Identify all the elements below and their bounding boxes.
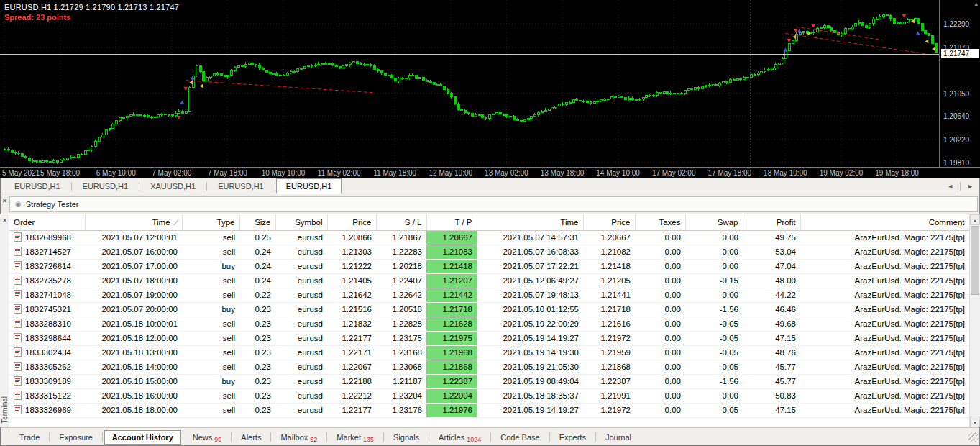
cell-time: 2021.05.18 16:00:00 [85, 388, 182, 403]
cell-comment: ArazEurUsd. Magic: 22175[tp] [800, 374, 969, 388]
cell-type: sell [182, 288, 239, 302]
tab-divider [326, 432, 327, 442]
terminal-tab-signals[interactable]: Signals [385, 430, 427, 445]
chart-tab-xauusd-h1-2[interactable]: XAUUSD,H1 [140, 178, 206, 194]
scrollbar-thumb[interactable] [971, 226, 979, 295]
column-header-symbol[interactable]: Symbol [275, 214, 327, 230]
cell-profit: 47.15 [743, 403, 800, 417]
history-row[interactable]: 18333269692021.05.18 18:00:00sell0.23eur… [9, 403, 969, 417]
history-row[interactable]: 18327266142021.05.07 17:00:00buy0.24euru… [9, 259, 969, 273]
column-header-price-close[interactable]: Price [583, 214, 635, 230]
time-axis-label: 6 May 10:00 [91, 169, 141, 177]
tab-divider [490, 432, 491, 442]
cell-t-p: 1.21628 [426, 317, 477, 331]
history-row[interactable]: 18326899682021.05.07 12:00:01sell0.25eur… [9, 230, 969, 245]
history-row[interactable]: 18327145272021.05.07 16:00:00sell0.24eur… [9, 245, 969, 259]
order-cell: 1833288310 [9, 317, 85, 331]
cell-swap: -1.56 [685, 374, 743, 388]
strategy-tester-header[interactable]: ◉ Strategy Tester [9, 196, 978, 212]
resize-grip[interactable] [968, 432, 979, 442]
cell-taxes: 0.00 [635, 374, 685, 388]
column-header-comment[interactable]: Comment [800, 214, 969, 230]
cell-profit: 49.68 [743, 317, 800, 331]
column-header-taxes[interactable]: Taxes [635, 214, 685, 230]
terminal-tab-trade[interactable]: Trade [12, 430, 47, 445]
vertical-scrollbar[interactable]: ▲ ▼ [969, 214, 980, 427]
column-header-s-l[interactable]: S / L [376, 214, 426, 230]
terminal-tab-news[interactable]: News99 [185, 430, 230, 445]
cell-time: 2021.05.07 14:57:31 [477, 230, 583, 245]
cell-symbol: eurusd [275, 388, 327, 403]
history-row[interactable]: 18327453212021.05.07 20:00:00buy0.23euru… [9, 302, 969, 317]
cell-price: 1.21516 [327, 302, 376, 317]
cell-time: 2021.05.07 16:08:33 [477, 245, 583, 259]
cell-t-p: 1.21442 [426, 288, 477, 302]
cell-t-p: 1.21083 [426, 245, 477, 259]
chart-tab-eurusd-h1-4[interactable]: EURUSD,H1 [276, 178, 342, 194]
history-row[interactable]: 18327352782021.05.07 18:00:00sell0.24eur… [9, 273, 969, 288]
scroll-down-icon[interactable]: ▼ [970, 417, 980, 427]
time-axis-label: 11 May 18:00 [370, 169, 420, 177]
column-header-t-p[interactable]: T / P [426, 214, 477, 230]
scroll-up-icon[interactable]: ▲ [970, 214, 980, 225]
history-row[interactable]: 18333024342021.05.18 13:00:00sell0.23eur… [9, 345, 969, 360]
chart-tabs-scroll-left-icon[interactable]: ◄ [945, 181, 956, 191]
terminal-tab-market[interactable]: Market135 [329, 430, 382, 445]
tab-divider [270, 432, 271, 442]
chart-tab-eurusd-h1-1[interactable]: EURUSD,H1 [73, 178, 139, 194]
order-cell: 1833326969 [9, 403, 85, 417]
column-header-profit[interactable]: Profit [743, 214, 800, 230]
history-row[interactable]: 18333052622021.05.18 14:00:00sell0.23eur… [9, 360, 969, 374]
history-row[interactable]: 18333091892021.05.18 15:00:00buy0.23euru… [9, 374, 969, 388]
cell-t-p: 1.21968 [426, 345, 477, 360]
cell-size: 0.22 [239, 288, 275, 302]
cell-swap: -0.05 [685, 345, 743, 360]
column-header-type[interactable]: Type [182, 214, 239, 230]
column-header-swap[interactable]: Swap [685, 214, 743, 230]
terminal-tab-mailbox[interactable]: Mailbox52 [273, 430, 325, 445]
chart-panel[interactable]: ▴ 1.21747 1.222901.218701.210501.206401.… [0, 0, 980, 178]
column-header-time[interactable]: Time∕ [85, 214, 182, 230]
terminal-tab-alerts[interactable]: Alerts [233, 430, 269, 445]
trade-marker-icon [177, 116, 181, 119]
history-row[interactable]: 18327410482021.05.07 19:00:00sell0.22eur… [9, 288, 969, 302]
history-row[interactable]: 18332986442021.05.18 12:00:00sell0.23eur… [9, 331, 969, 345]
candlestick-chart[interactable] [0, 0, 939, 167]
terminal-tab-exposure[interactable]: Exposure [51, 430, 100, 445]
column-header-size[interactable]: Size [239, 214, 275, 230]
close-icon[interactable]: × [0, 216, 9, 225]
cell-symbol: eurusd [275, 288, 327, 302]
history-row[interactable]: 18332883102021.05.18 10:00:01sell0.23eur… [9, 317, 969, 331]
terminal-tab-code-base[interactable]: Code Base [493, 430, 547, 445]
cell-type: buy [182, 302, 239, 317]
cell-taxes: 0.00 [635, 331, 685, 345]
column-header-time-close[interactable]: Time [477, 214, 583, 230]
cell-price: 1.21616 [583, 317, 635, 331]
tab-badge-count: 99 [214, 436, 221, 443]
cell-taxes: 0.00 [635, 317, 685, 331]
chart-tab-eurusd-h1-3[interactable]: EURUSD,H1 [208, 178, 274, 194]
order-cell: 1832745321 [9, 302, 85, 317]
history-row[interactable]: 18333151222021.05.18 16:00:00sell0.23eur… [9, 388, 969, 403]
terminal-tab-account-history[interactable]: Account History [104, 430, 181, 445]
price-axis-label: 1.21870 [943, 44, 969, 52]
cell-type: sell [182, 273, 239, 288]
cell-swap: -0.05 [685, 317, 743, 331]
cell-taxes: 0.00 [635, 403, 685, 417]
time-axis-label: 18 May 10:00 [760, 169, 810, 177]
chart-tabs-scroll-right-icon[interactable]: ► [965, 181, 976, 191]
cell-taxes: 0.00 [635, 245, 685, 259]
column-header-price[interactable]: Price [327, 214, 376, 230]
column-header-order[interactable]: Order [9, 214, 85, 230]
terminal-tab-journal[interactable]: Journal [597, 430, 639, 445]
terminal-tab-articles[interactable]: Articles1024 [431, 430, 489, 445]
close-icon[interactable]: × [0, 194, 9, 206]
terminal-tab-experts[interactable]: Experts [551, 430, 594, 445]
terminal-tab-bar: TradeExposureAccount HistoryNews99Alerts… [0, 427, 980, 446]
strategy-tester-title: Strategy Tester [26, 200, 79, 209]
cell-symbol: eurusd [275, 345, 327, 360]
cell-comment: ArazEurUsd. Magic: 22175[tp] [800, 259, 969, 273]
chart-tab-eurusd-h1-0[interactable]: EURUSD,H1 [4, 178, 70, 194]
cell-type: sell [182, 345, 239, 360]
time-axis-label: 5 May 2021 [2, 169, 40, 177]
